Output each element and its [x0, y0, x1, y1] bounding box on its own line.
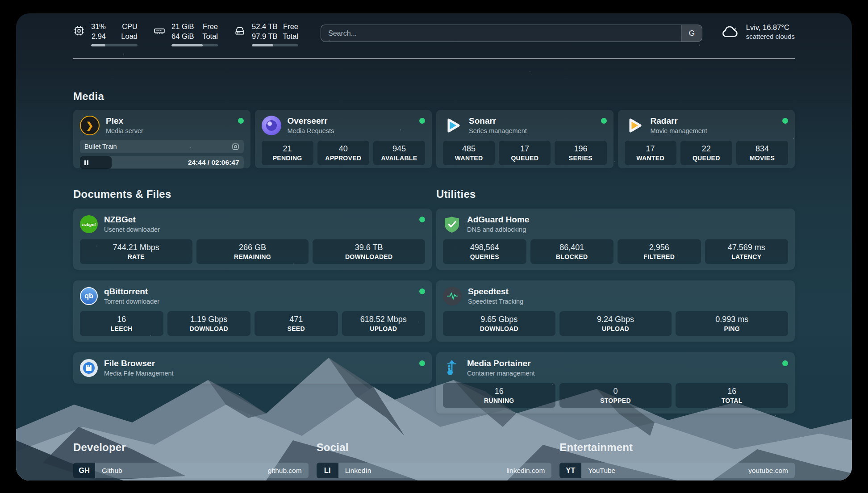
ram-stat: 21 GiB 64 GiB Free Total [154, 21, 218, 46]
link-github[interactable]: GH Githubgithub.com [73, 463, 309, 478]
ram-icon [154, 25, 165, 37]
radarr-card[interactable]: Radarr Movie management 17WANTED 22QUEUE… [618, 110, 795, 168]
link-linkedin[interactable]: LI LinkedInlinkedin.com [317, 463, 552, 478]
disk-free-label: Free [283, 21, 298, 31]
app-title: AdGuard Home [467, 214, 788, 225]
ram-progress-bar [171, 44, 218, 46]
app-title: qBittorrent [104, 286, 419, 297]
disk-total-label: Total [283, 31, 298, 41]
session-icon [232, 143, 239, 150]
disk-total-value: 97.9 TB [252, 31, 277, 41]
ram-total-value: 64 GiB [171, 31, 194, 41]
cpu-load-value: 2.94 [92, 31, 106, 41]
stat-tile: 16RUNNING [443, 383, 555, 408]
entertainment-links-column: Entertainment YT YouTubeyoutube.com NF N… [559, 441, 795, 480]
weather-summary: Lviv, 16.87°C [746, 22, 795, 32]
dashboard-window: 31% 2.94 CPU Load [16, 13, 852, 480]
stat-tile: 0STOPPED [559, 383, 672, 408]
search-bar: G [321, 25, 702, 42]
stat-tile: 40APPROVED [317, 141, 369, 165]
now-playing-row: Bullet Train [80, 140, 244, 153]
social-links-column: Social LI LinkedInlinkedin.com TW Twitte… [317, 441, 552, 480]
qbittorrent-card[interactable]: qb qBittorrent Torrent downloader 16LEEC… [73, 280, 432, 342]
filebrowser-card[interactable]: File Browser Media File Management [73, 352, 432, 384]
app-subtitle: Media Requests [288, 127, 420, 135]
playback-progress-bar[interactable]: 24:44 / 02:06:47 [80, 156, 244, 169]
stat-tile: 9.24 GbpsUPLOAD [559, 311, 672, 336]
search-input[interactable] [321, 25, 681, 42]
ram-free-value: 21 GiB [171, 21, 194, 31]
stat-tile: 945AVAILABLE [373, 141, 425, 165]
stat-tile: 21PENDING [262, 141, 313, 165]
link-abbr: YT [559, 463, 581, 478]
media-cards-row: ❯ Plex Media server Bullet Train [73, 110, 795, 168]
app-subtitle: Media server [106, 127, 238, 135]
status-dot [419, 288, 425, 294]
speedtest-icon [443, 287, 462, 305]
app-title: Sonarr [469, 116, 601, 126]
filebrowser-icon [80, 359, 98, 377]
radarr-icon [625, 116, 644, 135]
stat-tile: 498,564QUERIES [443, 239, 526, 264]
app-subtitle: Usenet downloader [104, 226, 419, 234]
portainer-card[interactable]: Media Portainer Container management 16R… [436, 352, 795, 414]
status-dot [419, 217, 425, 222]
app-title: Plex [106, 116, 238, 126]
app-title: Radarr [651, 116, 783, 126]
utilities-column: Utilities AdGuard Home DNS and adblockin… [436, 188, 795, 414]
app-subtitle: Media File Management [104, 369, 419, 378]
stat-tile: 0.993 msPING [676, 311, 788, 336]
stat-tile: 834MOVIES [736, 141, 788, 165]
stat-tile: 471SEED [255, 311, 338, 336]
ram-free-label: Free [203, 21, 218, 31]
status-dot [419, 360, 425, 366]
search-engine-button[interactable]: G [681, 25, 702, 42]
developer-section-title: Developer [73, 441, 309, 454]
pause-icon [84, 160, 88, 165]
nzbget-icon: nzbget [80, 215, 98, 233]
header-divider [73, 58, 795, 59]
overseerr-card[interactable]: Overseerr Media Requests 21PENDING 40APP… [255, 110, 432, 168]
plex-card[interactable]: ❯ Plex Media server Bullet Train [73, 110, 250, 168]
plex-icon: ❯ [80, 116, 100, 135]
stat-tile: 9.65 GbpsDOWNLOAD [443, 311, 555, 336]
sonarr-card[interactable]: Sonarr Series management 485WANTED 17QUE… [436, 110, 613, 168]
dashboard-frame: 31% 2.94 CPU Load [0, 0, 868, 493]
adguard-icon [443, 215, 461, 233]
nzbget-card[interactable]: nzbget NZBGet Usenet downloader 744.21 M… [73, 209, 432, 270]
cpu-icon [73, 25, 85, 37]
app-title: Overseerr [288, 116, 420, 126]
link-url: youtube.com [748, 467, 788, 475]
stat-tile: 16LEECH [80, 311, 163, 336]
link-url: linkedin.com [506, 467, 545, 475]
link-name: LinkedIn [345, 467, 371, 475]
utilities-section-title: Utilities [436, 188, 795, 201]
stat-tile: 618.52 MbpsUPLOAD [342, 311, 426, 336]
link-name: Github [102, 467, 122, 475]
cpu-load-label: Load [121, 31, 138, 41]
stat-tile: 16TOTAL [676, 383, 788, 408]
stat-tile: 22QUEUED [680, 141, 732, 165]
link-abbr: GH [73, 463, 95, 478]
stat-tile: 86,401BLOCKED [530, 239, 614, 264]
status-dot [782, 118, 788, 124]
sonarr-icon [443, 116, 463, 135]
disk-icon [234, 25, 246, 37]
stat-tile: 17QUEUED [499, 141, 551, 165]
ram-total-label: Total [202, 31, 218, 41]
entertainment-section-title: Entertainment [559, 441, 795, 454]
stat-tile: 196SERIES [555, 141, 606, 165]
stat-tile: 485WANTED [443, 141, 495, 165]
documents-section-title: Documents & Files [73, 188, 432, 201]
cloud-icon [721, 24, 740, 40]
weather-widget: Lviv, 16.87°C scattered clouds [721, 22, 795, 41]
social-section-title: Social [317, 441, 552, 454]
adguard-card[interactable]: AdGuard Home DNS and adblocking 498,564Q… [436, 209, 795, 270]
speedtest-card[interactable]: Speedtest Speedtest Tracking 9.65 GbpsDO… [436, 280, 795, 342]
stat-tile: 744.21 MbpsRATE [80, 239, 192, 264]
app-title: Speedtest [468, 286, 788, 297]
developer-links-column: Developer GH Githubgithub.com SO StackOv… [73, 441, 309, 480]
qbittorrent-icon: qb [80, 287, 98, 305]
stat-tile: 266 GBREMAINING [196, 239, 309, 264]
link-youtube[interactable]: YT YouTubeyoutube.com [559, 463, 795, 478]
